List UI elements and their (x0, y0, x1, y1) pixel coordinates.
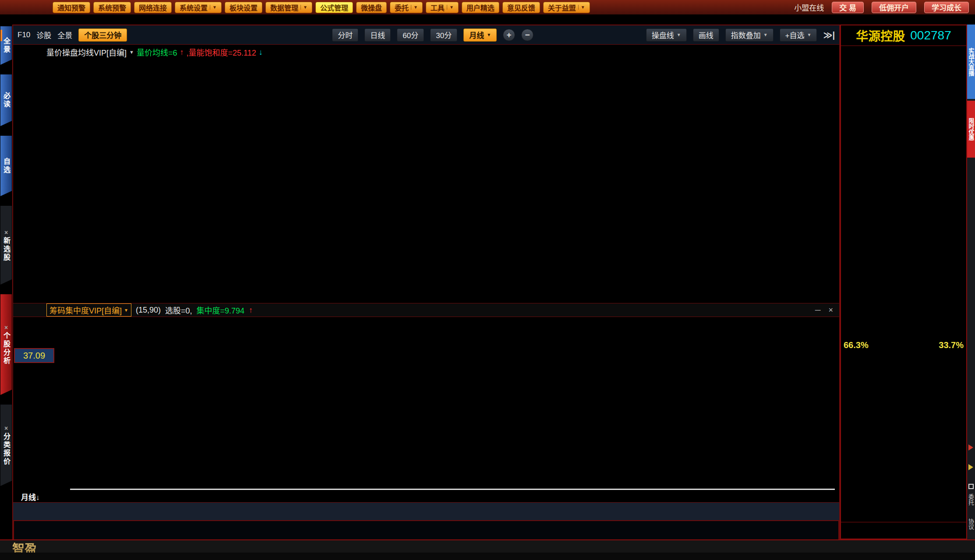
close-pane-icon[interactable]: × (828, 306, 833, 315)
active-period-button[interactable]: 月线 ▼ (463, 28, 497, 42)
zoom-out-button[interactable]: − (521, 29, 533, 41)
toolbar-item-2[interactable]: 全景 (57, 29, 72, 40)
sidebar-tab-must-read[interactable]: 必读 (0, 74, 12, 126)
sidebar-tab-panorama[interactable]: 全景 (0, 26, 12, 65)
menu-item-notify-alert[interactable]: 通知预警 (53, 2, 90, 13)
online-status-label: 小盟在线 (794, 2, 824, 13)
menu-item-sector-settings[interactable]: 板块设置 (225, 2, 262, 13)
crop-tool-icon[interactable] (968, 484, 974, 489)
toolbar-button-trading-line[interactable]: 操盘线▼ (646, 28, 687, 42)
toolbar-button-label: 操盘线 (652, 29, 674, 40)
lower-indicator-selector[interactable]: 筹码集中度VIP[自编] ▼ (46, 303, 131, 317)
toolbar-button-label: 指数叠加 (731, 29, 761, 40)
menu-item-tools[interactable]: 工具▼ (426, 2, 459, 13)
sidebar-tab-new-stock-pick[interactable]: ×新选股 (0, 206, 12, 285)
lower-indicator-chart[interactable]: 37.09 (13, 317, 839, 488)
indicator-status-red: ,量能饱和度=25.112 (186, 46, 256, 58)
sidebar-tab-label: 自选 (1, 158, 11, 174)
period-button-1[interactable]: 日线 (364, 28, 391, 42)
chart-workspace: F10诊股全景个股三分钟分时日线60分30分月线 ▼+−操盘线▼画线指数叠加▼+… (12, 25, 840, 539)
topbar-right-group: 小盟在线交 易低佣开户学习成长 (794, 2, 975, 13)
stock-name: 华源控股 (856, 27, 905, 44)
toolbar-button-label: +自选 (785, 29, 805, 40)
up-arrow-icon: ↑ (249, 306, 253, 315)
period-button-2[interactable]: 60分 (397, 28, 424, 42)
menu-item-label: 数据管理 (270, 2, 298, 13)
chevron-down-icon: ▼ (411, 5, 418, 10)
menu-item-user-picks[interactable]: 用户精选 (462, 2, 499, 13)
news-ticker[interactable] (0, 553, 975, 560)
toolbar-button-label: 画线 (699, 29, 714, 40)
crosshair-value-box: 37.09 (14, 348, 54, 363)
expand-panel-icon[interactable]: ≫| (823, 30, 835, 40)
main-indicator-header: 量价操盘均线VIP[自编] ▼ 量价均线=6 ↑ ,量能饱和度=25.112 ↓ (46, 46, 263, 58)
close-icon[interactable]: × (4, 229, 8, 236)
menu-item-data-management[interactable]: 数据管理▼ (265, 2, 312, 13)
rightrail-tab-limited-offer[interactable]: 限时优惠 (967, 101, 975, 158)
indicator-title[interactable]: 量价操盘均线VIP[自编] (46, 46, 127, 58)
stock-code: 002787 (910, 28, 951, 42)
time-axis[interactable]: 月线↓ (13, 488, 839, 503)
chevron-down-icon: ▼ (300, 5, 307, 10)
up-arrow-icon: ↑ (180, 48, 184, 57)
menu-item-feedback[interactable]: 意见反馈 (502, 2, 540, 13)
menu-item-network-connect[interactable]: 网络连接 (134, 2, 172, 13)
menu-item-label: 意见反馈 (507, 2, 535, 13)
chevron-down-icon[interactable]: ▼ (129, 49, 134, 55)
chip-distribution-panel[interactable]: 66.3% 33.7% (841, 64, 966, 522)
chevron-down-icon: ▼ (578, 5, 585, 10)
minimize-pane-icon[interactable]: ─ (815, 306, 821, 315)
close-icon[interactable]: × (4, 324, 8, 331)
sidebar-tab-category-quotes[interactable]: ×分类报价 (0, 405, 12, 486)
menu-item-system-alert[interactable]: 系统预警 (93, 2, 131, 13)
active-period-label: 月线 (469, 29, 484, 40)
menu-item-label: 用户精选 (466, 2, 495, 13)
close-icon[interactable]: × (4, 425, 8, 432)
yellow-arrow-icon[interactable] (968, 464, 973, 470)
menu-item-label: 工具 (431, 2, 445, 13)
period-button-0[interactable]: 分时 (332, 28, 358, 42)
topbar-button-trade[interactable]: 交 易 (832, 2, 864, 13)
toolbar-button-draw-line[interactable]: 画线 (693, 28, 719, 42)
menu-item-system-settings[interactable]: 系统设置▼ (175, 2, 222, 13)
rightrail-label-1[interactable]: 协议 (967, 518, 975, 530)
menu-item-label: 系统预警 (98, 2, 126, 13)
main-price-chart[interactable]: 量价操盘均线VIP[自编] ▼ 量价均线=6 ↑ ,量能饱和度=25.112 ↓ (13, 45, 839, 303)
period-button-3[interactable]: 30分 (430, 28, 457, 42)
menu-item-micro-trading[interactable]: 微操盘 (356, 2, 387, 13)
lower-status-green: 集中度=9.794 (197, 304, 245, 316)
menu-item-entrust[interactable]: 委托▼ (390, 2, 423, 13)
chevron-down-icon: ▼ (124, 308, 128, 313)
active-view-button[interactable]: 个股三分钟 (78, 28, 127, 42)
toolbar-button-index-overlay[interactable]: 指数叠加▼ (725, 28, 774, 42)
sidebar-tab-stock-analysis[interactable]: ×个股分析 (0, 294, 12, 395)
menu-item-label: 关于益盟 (548, 2, 576, 13)
topbar-button-low-fee-account[interactable]: 低佣开户 (872, 2, 916, 13)
toolbar-item-1[interactable]: 诊股 (36, 29, 51, 40)
topbar-button-learn-grow[interactable]: 学习成长 (924, 2, 969, 13)
chip-distribution-chart (844, 317, 964, 341)
stock-info-panel: 华源控股 002787 66.3% 33.7% (840, 25, 967, 539)
chevron-down-icon: ▼ (807, 32, 812, 37)
menu-item-about-yimeng[interactable]: 关于益盟▼ (543, 2, 590, 13)
toolbar-item-0[interactable]: F10 (18, 31, 30, 39)
profit-loss-bar (844, 352, 964, 359)
sidebar-tab-watchlist[interactable]: 自选 (0, 136, 12, 196)
sidebar-tab-label: 个股分析 (1, 332, 11, 365)
sidebar-tab-label: 新选股 (1, 237, 11, 262)
chevron-down-icon: ▼ (447, 5, 454, 10)
active-tab-indicator (0, 30, 2, 41)
chevron-down-icon: ▼ (210, 5, 217, 10)
menu-item-formula-management[interactable]: 公式管理 (315, 2, 353, 13)
chart-toolbar: F10诊股全景个股三分钟分时日线60分30分月线 ▼+−操盘线▼画线指数叠加▼+… (13, 25, 839, 45)
rightrail-label-0[interactable]: 委托 (967, 494, 975, 505)
red-arrow-icon[interactable] (968, 444, 973, 451)
menu-item-label: 板块设置 (230, 2, 258, 13)
toolbar-button-add-watchlist[interactable]: +自选▼ (780, 28, 817, 42)
zoom-in-button[interactable]: + (503, 29, 515, 41)
rightrail-tab-live-broadcast[interactable]: 实战大直播 (967, 25, 975, 99)
indicator-status-green: 量价均线=6 (137, 46, 177, 58)
chart-scrollbar[interactable] (70, 489, 835, 490)
chevron-down-icon: ▼ (677, 32, 681, 37)
indicator-toolbar (13, 503, 839, 520)
